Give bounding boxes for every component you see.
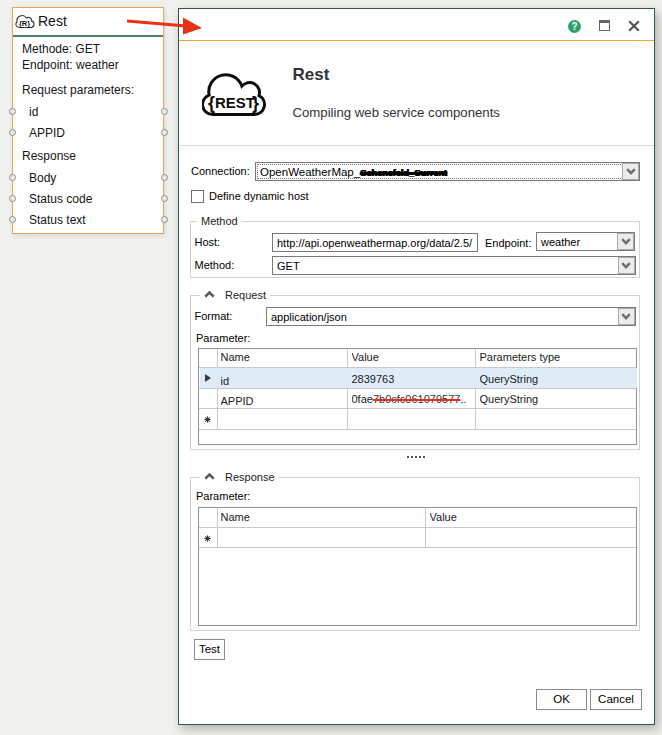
svg-text:{: {	[208, 93, 215, 113]
svg-text:}: }	[252, 93, 259, 113]
svg-text:{R}: {R}	[19, 19, 30, 28]
svg-text:REST: REST	[215, 94, 255, 111]
